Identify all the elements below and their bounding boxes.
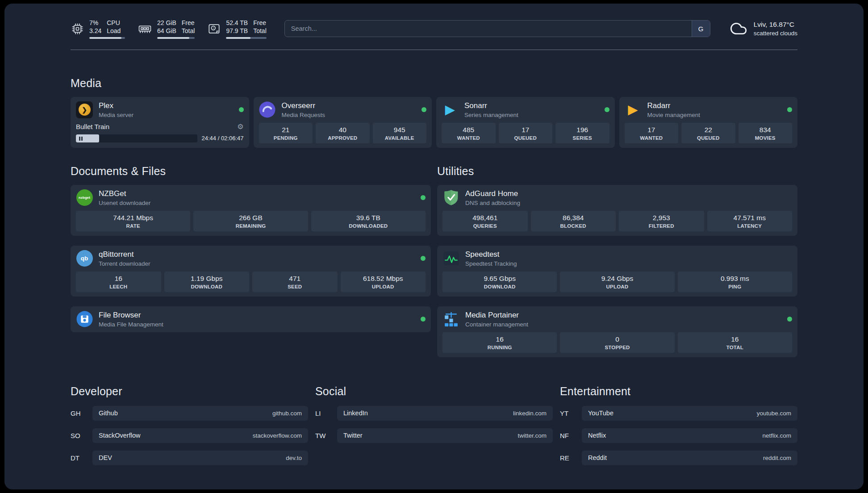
service-card-overseerr[interactable]: Overseerr Media Requests 21 PENDING 40 A…	[254, 97, 432, 148]
memory-total-label: Total	[182, 27, 195, 35]
memory-free-value: 22 GiB	[157, 19, 176, 27]
section-documents: Documents & Files nzbget NZBGet Usenet d…	[71, 165, 431, 332]
now-playing-title: Bullet Train	[76, 123, 237, 130]
section-title-entertainment: Entertainment	[560, 385, 797, 398]
disk-total-value: 97.9 TB	[226, 27, 248, 35]
stat-box: 266 GB REMAINING	[193, 211, 308, 231]
service-card-filebrowser[interactable]: File Browser Media File Management	[71, 306, 431, 332]
weather-location: Lviv, 16.87°C	[754, 20, 797, 29]
plex-icon: ❯	[76, 101, 93, 118]
bookmark-abbr: TW	[315, 432, 330, 439]
stat-box: 471 SEED	[252, 272, 338, 292]
stat-box: 485 WANTED	[442, 123, 496, 143]
status-dot	[239, 107, 244, 112]
memory-total-value: 64 GiB	[157, 27, 176, 35]
playback-time: 24:44 / 02:06:47	[202, 135, 244, 142]
bookmark-domain: stackoverflow.com	[253, 432, 302, 439]
service-card-adguard[interactable]: AdGuard Home DNS and adblocking 498,461 …	[437, 185, 797, 236]
cpu-load-label: Load	[107, 27, 121, 35]
section-media: Media ❯ Plex Media server	[71, 77, 797, 148]
search-input[interactable]	[284, 20, 710, 37]
plex-chevron-icon: ❯	[79, 104, 91, 116]
bookmark-name: LinkedIn	[343, 409, 368, 417]
section-title-utilities: Utilities	[437, 165, 797, 178]
overseerr-icon	[259, 101, 276, 118]
cpu-label: CPU	[107, 19, 121, 27]
weather-widget: Lviv, 16.87°C scattered clouds	[728, 20, 797, 38]
cloud-icon	[728, 20, 749, 38]
cpu-usage-bar	[89, 37, 125, 39]
adguard-shield-icon	[442, 189, 459, 206]
service-desc: Media server	[99, 112, 134, 118]
search-engine-button[interactable]: G	[692, 21, 710, 37]
service-desc: Speedtest Tracking	[465, 260, 517, 267]
stat-box: 22 QUEUED	[681, 123, 735, 143]
status-dot	[421, 256, 426, 261]
stat-box: 0 STOPPED	[560, 332, 674, 353]
memory-icon	[138, 22, 152, 36]
stat-box: 744.21 Mbps RATE	[76, 211, 190, 231]
pause-icon	[79, 134, 83, 142]
bookmark-twitter[interactable]: TW Twitter twitter.com	[315, 428, 553, 443]
service-name: Speedtest	[465, 250, 517, 259]
stat-box: 39.6 TB DOWNLOADED	[311, 211, 426, 231]
stat-box: 945 AVAILABLE	[373, 123, 427, 143]
service-card-nzbget[interactable]: nzbget NZBGet Usenet downloader 744.21 M…	[71, 185, 431, 236]
cpu-usage-value: 7%	[89, 19, 101, 27]
section-social: Social LI LinkedIn linkedin.com TW Twitt…	[315, 385, 553, 465]
service-card-sonarr[interactable]: ▶ Sonarr Series management 485 WANTED	[436, 97, 615, 148]
bookmark-reddit[interactable]: RE Reddit reddit.com	[560, 451, 797, 465]
service-desc: Media File Management	[99, 321, 163, 328]
service-desc: DNS and adblocking	[465, 200, 520, 206]
memory-usage-bar	[157, 37, 195, 39]
bookmark-domain: twitter.com	[517, 432, 547, 439]
section-title-documents: Documents & Files	[71, 165, 431, 178]
service-card-qbittorrent[interactable]: qb qBittorrent Torrent downloader 16	[71, 246, 431, 297]
radarr-icon: ▶	[625, 101, 642, 118]
resource-cpu: 7% 3.24 CPU Load	[71, 19, 125, 39]
stat-box: 17 QUEUED	[499, 123, 553, 143]
cpu-icon	[71, 22, 84, 36]
section-developer: Developer GH Github github.com SO StackO…	[71, 385, 308, 465]
disk-usage-bar	[226, 37, 266, 39]
bookmark-name: Reddit	[588, 454, 607, 461]
section-title-media: Media	[71, 77, 797, 90]
bookmark-name: Github	[99, 409, 118, 417]
stat-box: 16 LEECH	[76, 272, 161, 292]
stat-box: 196 SERIES	[555, 123, 609, 143]
service-card-speedtest[interactable]: Speedtest Speedtest Tracking 9.65 Gbps D…	[437, 246, 797, 297]
bookmark-github[interactable]: GH Github github.com	[71, 406, 308, 421]
bookmark-name: Netflix	[588, 432, 606, 439]
bookmark-linkedin[interactable]: LI LinkedIn linkedin.com	[315, 406, 553, 421]
service-name: File Browser	[99, 311, 163, 320]
bookmark-name: StackOverflow	[99, 432, 140, 439]
bookmark-abbr: RE	[560, 454, 575, 462]
service-name: Plex	[99, 101, 134, 110]
bookmark-domain: netflix.com	[762, 432, 791, 439]
section-utilities: Utilities	[437, 165, 797, 357]
bookmark-stackoverflow[interactable]: SO StackOverflow stackoverflow.com	[71, 428, 308, 443]
search-bar: G	[284, 20, 710, 37]
bookmark-netflix[interactable]: NF Netflix netflix.com	[560, 428, 797, 443]
service-card-plex[interactable]: ❯ Plex Media server Bullet Train ⚙	[71, 97, 249, 148]
stat-box: 40 APPROVED	[316, 123, 370, 143]
status-dot	[421, 317, 426, 322]
service-card-radarr[interactable]: ▶ Radarr Movie management 17 WANTED	[619, 97, 798, 148]
stat-box: 834 MOVIES	[739, 123, 793, 143]
section-title-social: Social	[315, 385, 553, 398]
weather-condition: scattered clouds	[754, 29, 797, 38]
bookmark-name: Twitter	[343, 432, 363, 439]
service-name: Sonarr	[464, 101, 518, 110]
speedtest-graph-icon	[442, 250, 459, 267]
bookmark-dev[interactable]: DT DEV dev.to	[71, 451, 308, 465]
section-title-developer: Developer	[71, 385, 308, 398]
service-desc: Series management	[464, 112, 518, 118]
bookmark-abbr: DT	[71, 454, 86, 462]
gear-icon[interactable]: ⚙	[237, 122, 243, 131]
bookmark-abbr: GH	[71, 409, 86, 417]
disk-total-label: Total	[253, 27, 267, 35]
service-card-portainer[interactable]: Media Portainer Container management 16 …	[437, 306, 797, 357]
bookmark-youtube[interactable]: YT YouTube youtube.com	[560, 406, 797, 421]
disk-free-label: Free	[253, 19, 267, 27]
stat-box: 0.993 ms PING	[678, 272, 792, 292]
